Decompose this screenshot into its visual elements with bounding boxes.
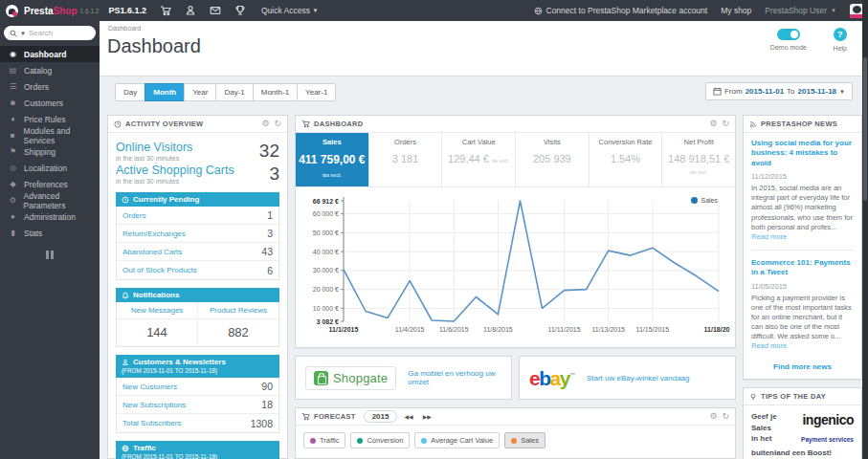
sidebar-item-stats[interactable]: ▮Stats — [0, 225, 100, 241]
read-more-link[interactable]: Read more — [751, 341, 787, 350]
customers-row-subscribers: Total Subscribers1308 — [117, 414, 278, 432]
kpi-tab-conversion-rate[interactable]: Conversion Rate 1.54% — [590, 133, 663, 186]
svg-text:50 000 €: 50 000 € — [313, 230, 339, 236]
range-button-month-1[interactable]: Month-1 — [253, 83, 298, 101]
breadcrumb: Dashboard — [108, 25, 141, 32]
news-article-title[interactable]: Ecommerce 101: Payments in a Tweet — [751, 258, 854, 278]
forecast-toggle-traffic[interactable]: Traffic — [303, 432, 345, 448]
user-menu[interactable]: PrestaShop User ▼ — [765, 6, 836, 15]
panel-settings-icon[interactable]: ⚙ — [709, 412, 717, 421]
read-more-link[interactable]: Read more — [751, 232, 787, 241]
sidebar-item-advanced-parameters[interactable]: ⚙Advanced Parameters — [0, 192, 100, 208]
help-icon[interactable]: ? — [834, 28, 847, 41]
kpi-tabs: Sales 411 759,00 € tax excl. Orders 3 18… — [296, 133, 735, 187]
sidebar-search[interactable]: ▼ — [4, 26, 96, 40]
news-article: Ecommerce 101: Payments in a Tweet 11/05… — [751, 258, 854, 352]
trophy-icon[interactable] — [234, 5, 246, 16]
svg-text:30 000 €: 30 000 € — [313, 267, 339, 273]
chart-legend[interactable]: Sales — [691, 197, 718, 204]
previous-year-button[interactable]: ◀◀ — [401, 411, 415, 422]
svg-text:11/1/2015: 11/1/2015 — [329, 326, 359, 333]
marketplace-link[interactable]: Connect to PrestaShop Marketplace accoun… — [534, 6, 708, 15]
range-button-month[interactable]: Month — [145, 83, 185, 101]
sidebar-item-dashboard[interactable]: ◉Dashboard — [0, 46, 100, 62]
kpi-tab-cart-value[interactable]: Cart Value 129,44 € tax excl. — [442, 133, 516, 186]
sidebar-item-price-rules[interactable]: ♦Price Rules — [0, 111, 100, 127]
find-more-news-link[interactable]: Find more news — [751, 362, 854, 371]
kpi-tab-sales[interactable]: Sales 411 759,00 € tax excl. — [296, 133, 369, 186]
svg-text:20 000 €: 20 000 € — [313, 286, 339, 293]
kpi-tab-visits[interactable]: Visits 205 939 — [516, 133, 590, 186]
my-shop-link[interactable]: My shop — [721, 6, 751, 15]
range-button-year[interactable]: Year — [184, 83, 216, 101]
ebay-logo: ebay™ — [529, 368, 575, 388]
range-button-day[interactable]: Day — [115, 83, 145, 101]
scrollbar-thumb[interactable] — [863, 57, 867, 201]
orders-link[interactable]: Orders — [122, 211, 145, 220]
panel-settings-icon[interactable]: ⚙ — [261, 120, 269, 128]
range-button-year-1[interactable]: Year-1 — [297, 83, 336, 101]
range-button-day-1[interactable]: Day-1 — [215, 83, 253, 101]
online-visitors-link[interactable]: Online Visitors — [116, 141, 192, 154]
sidebar-item-shipping[interactable]: ⚑Shipping — [0, 143, 100, 160]
forecast-toggle-conversion[interactable]: Conversion — [350, 432, 410, 448]
forecast-toggle-average-cart-value[interactable]: Average Cart Value — [414, 432, 500, 448]
search-scope-caret[interactable]: ▼ — [20, 31, 26, 36]
svg-text:11/15/2015: 11/15/2015 — [636, 326, 670, 333]
panel-refresh-icon[interactable]: ↻ — [722, 120, 729, 128]
sidebar-item-catalog[interactable]: ▤Catalog — [0, 62, 100, 78]
prestashop-news-panel: PRESTASHOP NEWS Using social media for y… — [743, 115, 862, 380]
panel-refresh-icon[interactable]: ↻ — [722, 412, 729, 421]
cart-icon[interactable] — [160, 5, 171, 16]
product-reviews-link[interactable]: Product Reviews — [198, 302, 278, 319]
kpi-tab-orders[interactable]: Orders 3 181 — [369, 133, 443, 186]
search-icon — [10, 30, 17, 37]
next-year-button[interactable]: ▶▶ — [420, 411, 434, 422]
notifications-header: Notifications — [116, 288, 279, 302]
page-scrollbar[interactable] — [862, 0, 868, 459]
forecast-legend: Traffic Conversion Average Cart Value Sa… — [296, 426, 735, 455]
pending-row-abandoned-carts: Abandoned Carts43 — [117, 243, 278, 261]
sidebar-item-customers[interactable]: ☻Customers — [0, 95, 100, 111]
customers-icon: ☻ — [9, 98, 17, 107]
new-subscriptions-link[interactable]: New Subscriptions — [122, 401, 186, 409]
svg-text:11/13/2015: 11/13/2015 — [591, 326, 625, 333]
ebay-link[interactable]: Start uw eBay-winkel vandaag — [587, 374, 690, 382]
sidebar-item-modules[interactable]: ■Modules and Services — [0, 127, 100, 143]
shopgate-link[interactable]: Ga mobiel en verhoog uw omzet — [408, 369, 501, 386]
user-icon[interactable] — [185, 5, 196, 16]
panel-refresh-icon[interactable]: ↻ — [274, 120, 281, 128]
tips-of-the-day-panel: TIPS OF THE DAY ingenico Payment service… — [743, 387, 862, 459]
kpi-tab-net-profit[interactable]: Net Profit 148 918,51 € tax excl. — [662, 133, 735, 186]
sidebar-item-localization[interactable]: ◎Localization — [0, 160, 100, 176]
total-subscribers-link[interactable]: Total Subscribers — [122, 419, 181, 427]
collapse-menu-button[interactable] — [44, 251, 56, 260]
forecast-cart-icon — [301, 412, 310, 421]
new-messages-link[interactable]: New Messages — [117, 302, 197, 319]
news-article-title[interactable]: Using social media for your business: 4 … — [751, 139, 854, 168]
new-customers-link[interactable]: New Customers — [122, 382, 177, 391]
sidebar-item-administration[interactable]: ●Administration — [0, 208, 100, 225]
search-input[interactable] — [29, 29, 84, 37]
forecast-toggle-sales[interactable]: Sales — [504, 432, 545, 448]
sidebar-item-orders[interactable]: ☰Orders — [0, 78, 100, 95]
returns-link[interactable]: Return/Exchanges — [122, 230, 186, 238]
help-label: Help — [834, 45, 847, 52]
svg-text:11/4/2015: 11/4/2015 — [395, 326, 425, 333]
date-range-picker[interactable]: From2015-11-01 To2015-11-18 ▼ — [705, 82, 853, 100]
abandoned-carts-link[interactable]: Abandoned Carts — [122, 248, 182, 256]
quick-access-menu[interactable]: Quick Access ▼ — [261, 6, 318, 15]
new-messages-cell: New Messages 144 — [117, 302, 197, 346]
bell-icon — [122, 292, 129, 299]
panel-settings-icon[interactable]: ⚙ — [709, 120, 717, 128]
messages-icon[interactable] — [210, 5, 221, 16]
page-header: Dashboard Dashboard Demo mode ? Help — [100, 21, 862, 76]
demo-mode-toggle[interactable] — [777, 29, 800, 40]
active-carts-link[interactable]: Active Shopping Carts — [116, 164, 234, 177]
module-promos: Shopgate Ga mobiel en verhoog uw omzet e… — [295, 356, 736, 400]
out-of-stock-link[interactable]: Out of Stock Products — [122, 266, 197, 274]
brand-name: PrestaShop — [24, 6, 78, 16]
active-carts-value: 3 — [269, 164, 279, 185]
shipping-icon: ⚑ — [9, 147, 17, 156]
sidebar-item-preferences[interactable]: ◆Preferences — [0, 176, 100, 192]
